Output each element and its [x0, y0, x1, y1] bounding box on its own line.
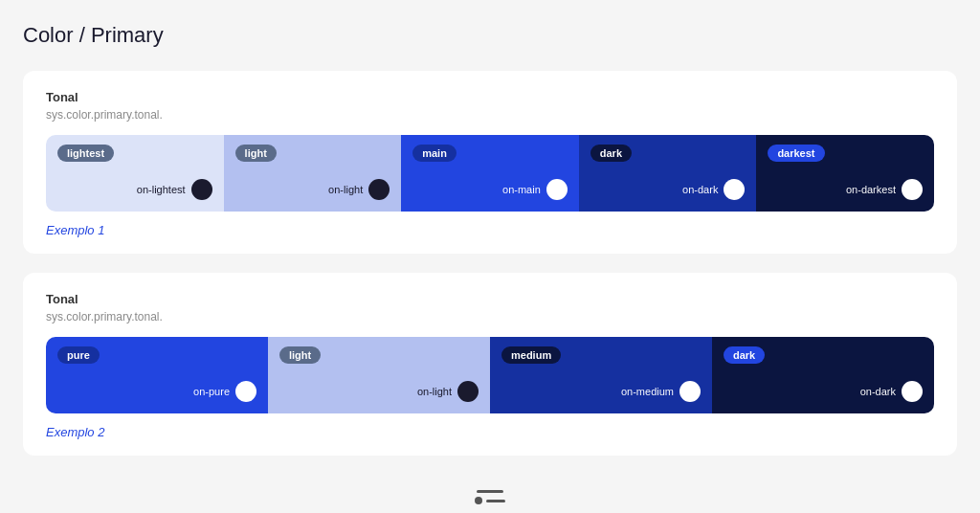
page-title: Color / Primary — [23, 23, 957, 48]
badge-medium: medium — [501, 346, 561, 364]
on-label-pure: on-pure — [193, 381, 256, 402]
tonal-section-1: Tonal sys.color.primary.tonal. lightesto… — [23, 71, 957, 254]
on-label-lightest: on-lightest — [137, 179, 212, 200]
on-label-text-pure: on-pure — [193, 386, 230, 397]
tonal-cell-darkest: darkeston-darkest — [756, 135, 934, 212]
on-label-light: on-light — [417, 381, 479, 402]
example-link-1[interactable]: Exemplo 1 — [46, 223, 104, 237]
on-label-dark: on-dark — [682, 179, 745, 200]
badge-dark: dark — [590, 145, 632, 162]
on-label-text-medium: on-medium — [621, 386, 674, 397]
tonal-cell-light: lighton-light — [268, 337, 490, 413]
on-label-text-light: on-light — [328, 184, 363, 195]
circle-light — [368, 179, 390, 200]
filter-line-1 — [477, 490, 503, 493]
tonal-path-1: sys.color.primary.tonal. — [46, 108, 934, 122]
tonal-row-1: lighteston-lightestlighton-lightmainon-m… — [46, 135, 934, 212]
badge-light: light — [279, 346, 321, 364]
on-label-text-lightest: on-lightest — [137, 184, 186, 195]
circle-lightest — [191, 179, 212, 200]
on-label-medium: on-medium — [621, 381, 701, 402]
on-label-text-dark: on-dark — [682, 184, 718, 195]
on-label-text-main: on-main — [502, 184, 541, 195]
tonal-cell-lightest: lighteston-lightest — [46, 135, 224, 212]
tonal-label-1: Tonal — [46, 90, 934, 104]
on-label-text-dark: on-dark — [860, 386, 896, 397]
circle-medium — [679, 381, 701, 402]
circle-darkest — [902, 179, 923, 200]
tonal-cell-light: lighton-light — [224, 135, 402, 212]
circle-dark — [902, 381, 923, 402]
on-label-main: on-main — [502, 179, 568, 200]
tonal-row-2: pureon-purelighton-lightmediumon-mediumd… — [46, 337, 934, 413]
circle-light — [457, 381, 479, 402]
circle-pure — [235, 381, 256, 402]
on-label-light: on-light — [328, 179, 390, 200]
filter-icon[interactable] — [475, 490, 505, 504]
on-label-text-darkest: on-darkest — [846, 184, 896, 195]
on-label-darkest: on-darkest — [846, 179, 923, 200]
badge-pure: pure — [57, 346, 100, 364]
on-label-dark: on-dark — [860, 381, 923, 402]
tonal-cell-dark: darkon-dark — [712, 337, 934, 413]
on-label-text-light: on-light — [417, 386, 452, 397]
filter-dot-1 — [475, 497, 482, 504]
filter-line-2 — [486, 500, 505, 502]
tonal-section-2: Tonal sys.color.primary.tonal. pureon-pu… — [23, 273, 957, 456]
badge-light: light — [235, 145, 277, 162]
circle-dark — [724, 179, 745, 200]
tonal-label-2: Tonal — [46, 292, 934, 306]
example-link-2[interactable]: Exemplo 2 — [46, 425, 104, 439]
footer-icon-area — [23, 475, 957, 512]
badge-main: main — [412, 145, 457, 162]
tonal-cell-medium: mediumon-medium — [490, 337, 712, 413]
badge-darkest: darkest — [768, 145, 824, 162]
badge-dark: dark — [724, 346, 765, 364]
tonal-cell-pure: pureon-pure — [46, 337, 268, 413]
tonal-cell-main: mainon-main — [401, 135, 579, 212]
badge-lightest: lightest — [57, 145, 114, 162]
circle-main — [546, 179, 568, 200]
tonal-path-2: sys.color.primary.tonal. — [46, 310, 934, 323]
tonal-cell-dark: darkon-dark — [579, 135, 757, 212]
